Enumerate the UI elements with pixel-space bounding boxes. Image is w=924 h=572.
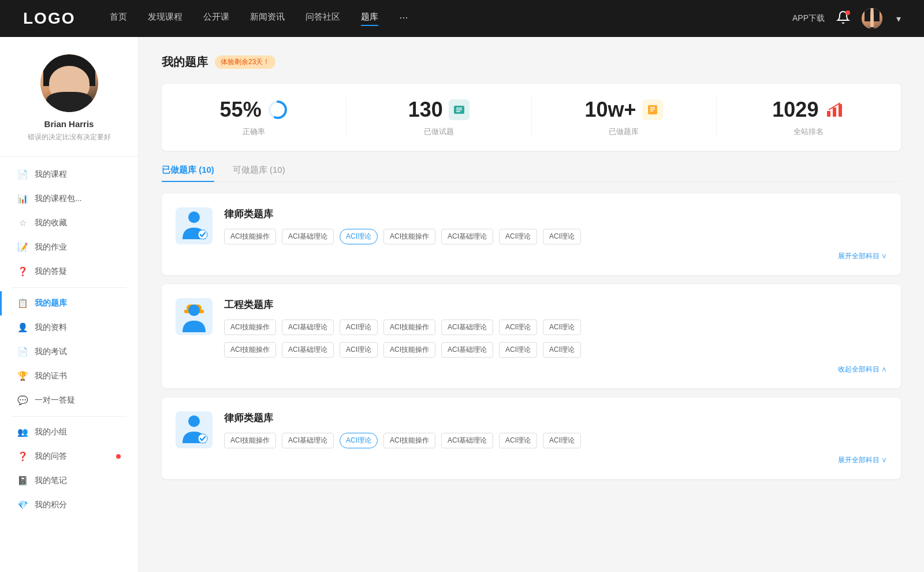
nav-qbank[interactable]: 题库 [361, 12, 378, 26]
sidebar-label-1on1: 一对一答疑 [35, 395, 121, 406]
stat-banks-top: 10w+ [585, 98, 663, 122]
sidebar-item-1on1[interactable]: 💬 一对一答疑 [0, 388, 138, 413]
top-navigation: LOGO 首页 发现课程 公开课 新闻资讯 问答社区 题库 ··· APP下载 … [0, 0, 924, 37]
svg-rect-6 [648, 105, 657, 114]
tag-3-7[interactable]: ACI理论 [543, 433, 581, 448]
qbank-icon: 📋 [17, 298, 28, 309]
sidebar-item-course-package[interactable]: 📊 我的课程包... [0, 187, 138, 211]
sidebar-item-qbank[interactable]: 📋 我的题库 [0, 291, 138, 315]
tag-3-2[interactable]: ACI基础理论 [282, 433, 334, 448]
sidebar-item-points[interactable]: 💎 我的积分 [0, 493, 138, 517]
nav-discover[interactable]: 发现课程 [148, 12, 182, 26]
nav-home[interactable]: 首页 [110, 12, 127, 26]
tag-1-3[interactable]: ACI理论 [340, 229, 378, 244]
sidebar-label-certificate: 我的证书 [35, 371, 121, 381]
sidebar-divider-1 [12, 287, 126, 288]
qa-personal-icon: ❓ [17, 266, 28, 277]
tag-2-6[interactable]: ACI理论 [499, 320, 537, 335]
profile-avatar[interactable] [40, 54, 98, 112]
qbank-expand-1[interactable]: 展开全部科目 ∨ [176, 251, 887, 261]
tag-2-5[interactable]: ACI基础理论 [441, 320, 493, 335]
stat-banks-label: 已做题库 [609, 127, 639, 137]
notification-bell[interactable] [836, 10, 850, 27]
qbank-collapse-2[interactable]: 收起全部科目 ∧ [176, 365, 887, 374]
sidebar-label-notes: 我的笔记 [35, 476, 121, 486]
stat-accuracy-label: 正确率 [243, 127, 265, 137]
qbank-title-1: 律师类题库 [224, 207, 887, 221]
sidebar-item-questions[interactable]: ❓ 我的问答 [0, 444, 138, 469]
qbank-card-2-header: 工程类题库 ACI技能操作 ACI基础理论 ACI理论 ACI技能操作 ACI基… [176, 298, 887, 358]
profile-name: Brian Harris [44, 119, 94, 129]
stat-done-banks: 10w+ 已做题库 [532, 98, 717, 137]
tag-2-7[interactable]: ACI理论 [543, 320, 581, 335]
questions-notification-dot [116, 454, 121, 459]
stat-done-label: 已做试题 [424, 127, 454, 137]
tab-done-banks[interactable]: 已做题库 (10) [162, 165, 214, 181]
user-menu-chevron[interactable]: ▾ [896, 13, 901, 24]
qbank-expand-3[interactable]: 展开全部科目 ∨ [176, 455, 887, 465]
qbank-tags-3: ACI技能操作 ACI基础理论 ACI理论 ACI技能操作 ACI基础理论 AC… [224, 433, 887, 448]
sidebar-item-course[interactable]: 📄 我的课程 [0, 162, 138, 187]
tag-2-8[interactable]: ACI技能操作 [224, 342, 276, 358]
tag-2-13[interactable]: ACI理论 [499, 342, 537, 358]
nav-open-course[interactable]: 公开课 [203, 12, 229, 26]
sidebar: Brian Harris 错误的决定比没有决定要好 📄 我的课程 📊 我的课程包… [0, 37, 139, 572]
homework-icon: 📝 [17, 242, 28, 252]
tag-1-1[interactable]: ACI技能操作 [224, 229, 276, 244]
sidebar-label-favorites: 我的收藏 [35, 218, 121, 228]
qbank-content-2: 工程类题库 ACI技能操作 ACI基础理论 ACI理论 ACI技能操作 ACI基… [224, 298, 887, 358]
sidebar-item-qa-personal[interactable]: ❓ 我的答疑 [0, 259, 138, 284]
tag-1-6[interactable]: ACI理论 [499, 229, 537, 244]
sidebar-label-profile: 我的资料 [35, 322, 121, 333]
sidebar-divider-2 [12, 416, 126, 417]
nav-more[interactable]: ··· [399, 12, 408, 26]
rank-icon [824, 99, 845, 120]
sidebar-label-qa-personal: 我的答疑 [35, 266, 121, 277]
tag-3-4[interactable]: ACI技能操作 [383, 433, 435, 448]
profile-icon: 👤 [17, 322, 28, 333]
bar-chart-icon [826, 102, 843, 118]
tag-2-10[interactable]: ACI理论 [340, 342, 378, 358]
nav-news[interactable]: 新闻资讯 [250, 12, 285, 26]
tag-2-1[interactable]: ACI技能操作 [224, 320, 276, 335]
tag-2-11[interactable]: ACI技能操作 [383, 342, 435, 358]
tag-2-4[interactable]: ACI技能操作 [383, 320, 435, 335]
accuracy-progress-icon [267, 99, 288, 120]
tag-3-5[interactable]: ACI基础理论 [441, 433, 493, 448]
notes-icon: 📓 [17, 476, 28, 486]
sidebar-item-certificate[interactable]: 🏆 我的证书 [0, 364, 138, 388]
course-package-icon: 📊 [17, 194, 28, 204]
avatar-image [862, 8, 882, 29]
tag-1-5[interactable]: ACI基础理论 [441, 229, 493, 244]
tag-2-9[interactable]: ACI基础理论 [282, 342, 334, 358]
app-download-button[interactable]: APP下载 [792, 13, 825, 24]
stat-done-value: 130 [408, 98, 443, 122]
sidebar-item-notes[interactable]: 📓 我的笔记 [0, 469, 138, 493]
qbank-title-2: 工程类题库 [224, 298, 887, 311]
tag-1-7[interactable]: ACI理论 [543, 229, 581, 244]
sidebar-item-exam[interactable]: 📄 我的考试 [0, 340, 138, 364]
tag-2-2[interactable]: ACI基础理论 [282, 320, 334, 335]
tag-3-1[interactable]: ACI技能操作 [224, 433, 276, 448]
nav-qa[interactable]: 问答社区 [305, 12, 340, 26]
circle-progress-svg [267, 99, 288, 120]
sidebar-item-group[interactable]: 👥 我的小组 [0, 420, 138, 444]
sidebar-item-homework[interactable]: 📝 我的作业 [0, 235, 138, 259]
notification-dot [845, 10, 850, 15]
tab-available-banks[interactable]: 可做题库 (10) [233, 165, 285, 181]
user-avatar[interactable] [862, 8, 882, 29]
tag-2-12[interactable]: ACI基础理论 [441, 342, 493, 358]
tag-3-6[interactable]: ACI理论 [499, 433, 537, 448]
questions-icon: ❓ [17, 451, 28, 462]
tag-1-4[interactable]: ACI技能操作 [383, 229, 435, 244]
stat-rank: 1029 全站排名 [717, 98, 901, 137]
tag-2-14[interactable]: ACI理论 [543, 342, 581, 358]
sidebar-item-favorites[interactable]: ☆ 我的收藏 [0, 211, 138, 235]
tag-2-3[interactable]: ACI理论 [340, 320, 378, 335]
sidebar-item-profile[interactable]: 👤 我的资料 [0, 315, 138, 340]
tag-1-2[interactable]: ACI基础理论 [282, 229, 334, 244]
tag-3-3[interactable]: ACI理论 [340, 433, 378, 448]
svg-point-13 [188, 211, 200, 223]
course-icon: 📄 [17, 169, 28, 180]
stat-banks-value: 10w+ [585, 98, 636, 122]
